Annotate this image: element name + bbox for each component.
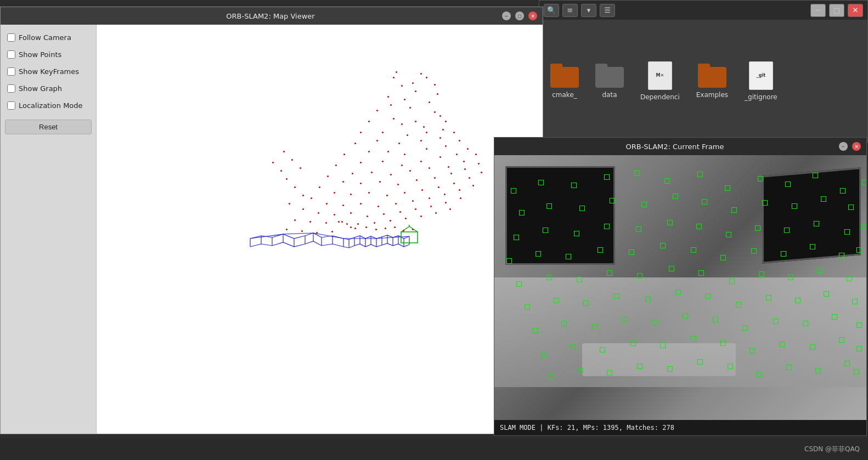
filemanager-titlebar: 🔍 ≡ ▾ ☰ − □ ✕: [539, 1, 867, 20]
taskbar: CSDN @菲菲QAQ: [0, 438, 868, 460]
localization-mode-item[interactable]: Localization Mode: [5, 98, 92, 113]
filemanager-window: 🔍 ≡ ▾ ☰ − □ ✕ cmake_ data M✕ Depende: [539, 0, 868, 143]
fm-dropdown-btn[interactable]: ▾: [581, 4, 596, 17]
map-canvas[interactable]: [97, 25, 543, 434]
currentframe-window: ORB-SLAM2: Current Frame − ✕ SLAM MODE |…: [494, 137, 867, 436]
fm-item-data[interactable]: data: [595, 64, 624, 99]
mapviewer-controls: − □ ✕: [502, 12, 537, 20]
fm-item-label-data: data: [602, 91, 617, 99]
mapviewer-maximize-btn[interactable]: □: [515, 12, 524, 20]
currentframe-controls: − ✕: [839, 142, 861, 151]
fm-folder-icon-data: [595, 64, 624, 88]
show-keyframes-item[interactable]: Show KeyFrames: [5, 64, 92, 79]
fm-item-dependenci[interactable]: M✕ Dependenci: [640, 61, 680, 101]
svg-line-22: [250, 234, 283, 238]
mapviewer-titlebar: ORB-SLAM2: Map Viewer − □ ✕: [1, 7, 543, 25]
currentframe-close-btn[interactable]: ✕: [852, 142, 861, 151]
mapviewer-body: Follow Camera Show Points Show KeyFrames…: [1, 25, 543, 434]
fm-minimize-btn[interactable]: −: [810, 4, 826, 17]
fm-menu-btn[interactable]: ☰: [600, 4, 615, 17]
fm-item-label-gitignore: _gitignore: [745, 93, 777, 101]
fm-folder-icon-cmake: [550, 64, 579, 88]
show-keyframes-label: Show KeyFrames: [19, 67, 79, 76]
fm-item-label-dependenci: Dependenci: [640, 93, 680, 101]
follow-camera-item[interactable]: Follow Camera: [5, 30, 92, 45]
mapviewer-window: ORB-SLAM2: Map Viewer − □ ✕ Follow Camer…: [0, 7, 543, 434]
show-keyframes-checkbox[interactable]: [7, 67, 15, 76]
show-points-label: Show Points: [19, 50, 61, 59]
svg-line-28: [401, 226, 409, 232]
fm-folder-icon-examples: [698, 64, 726, 88]
fm-item-gitignore[interactable]: _git _gitignore: [745, 61, 777, 101]
status-text: SLAM MODE | KFs: 21, MPs: 1395, Matches:…: [500, 424, 674, 431]
sidebar: Follow Camera Show Points Show KeyFrames…: [1, 25, 97, 434]
currentframe-minimize-btn[interactable]: −: [839, 142, 848, 151]
status-bar: SLAM MODE | KFs: 21, MPs: 1395, Matches:…: [494, 420, 866, 435]
reset-button[interactable]: Reset: [5, 120, 92, 134]
show-points-item[interactable]: Show Points: [5, 47, 92, 62]
localization-mode-checkbox[interactable]: [7, 101, 15, 110]
show-graph-label: Show Graph: [19, 84, 62, 93]
fm-item-examples[interactable]: Examples: [696, 64, 728, 99]
taskbar-credit: CSDN @菲菲QAQ: [804, 445, 860, 454]
filemanager-content: cmake_ data M✕ Dependenci Examples _git: [539, 20, 867, 142]
fm-file-icon-gitignore: _git: [749, 61, 773, 90]
follow-camera-label: Follow Camera: [19, 33, 71, 42]
fm-maximize-btn[interactable]: □: [829, 4, 844, 17]
localization-mode-label: Localization Mode: [19, 101, 83, 110]
show-graph-item[interactable]: Show Graph: [5, 81, 92, 96]
currentframe-titlebar: ORB-SLAM2: Current Frame − ✕: [494, 138, 866, 155]
frame-content: [494, 155, 866, 420]
fm-item-label-cmake: cmake_: [552, 91, 577, 99]
show-points-checkbox[interactable]: [7, 50, 15, 59]
fm-search-btn[interactable]: 🔍: [544, 4, 559, 17]
follow-camera-checkbox[interactable]: [7, 33, 15, 42]
fm-file-icon-dependenci: M✕: [648, 61, 672, 90]
map-svg: [97, 25, 543, 434]
show-graph-checkbox[interactable]: [7, 84, 15, 93]
currentframe-title: ORB-SLAM2: Current Frame: [511, 143, 839, 151]
mapviewer-minimize-btn[interactable]: −: [502, 12, 511, 20]
svg-line-23: [283, 233, 313, 234]
mapviewer-close-btn[interactable]: ✕: [528, 12, 537, 20]
fm-list-btn[interactable]: ≡: [562, 4, 578, 17]
fm-item-label-examples: Examples: [696, 91, 728, 99]
mapviewer-title: ORB-SLAM2: Map Viewer: [39, 12, 502, 20]
fm-item-cmake[interactable]: cmake_: [550, 64, 579, 99]
fm-close-btn[interactable]: ✕: [848, 4, 863, 17]
